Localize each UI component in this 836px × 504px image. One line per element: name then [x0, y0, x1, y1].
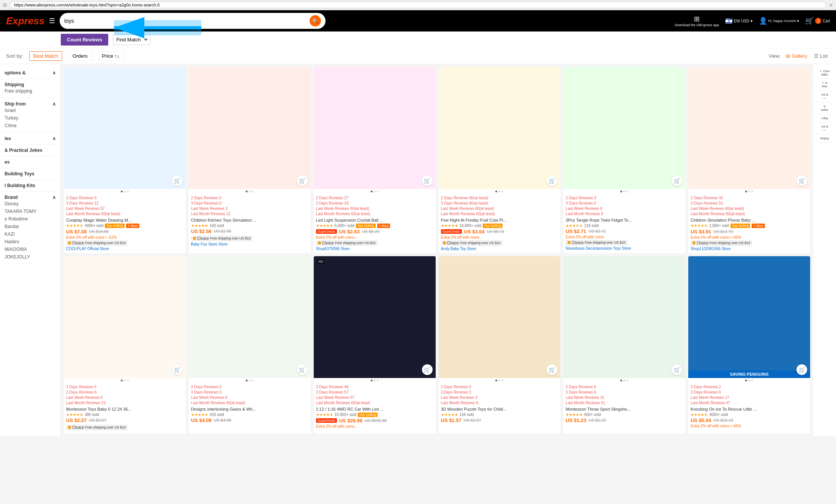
- product-image-5: 🛒: [563, 67, 685, 189]
- logo: Express: [6, 15, 44, 27]
- sidebar-item-turkey[interactable]: Turkey: [5, 114, 56, 122]
- store-name-1[interactable]: COOLPLAY Official Store: [66, 247, 183, 251]
- sidebar-item-jokejolly[interactable]: JOKEJOLLY: [5, 253, 56, 261]
- store-name-5[interactable]: Novedosos Decompression Toys Store: [566, 246, 683, 250]
- sidebar-item-free-shipping[interactable]: Free shipping: [5, 87, 56, 95]
- sidebar-title-ship-from[interactable]: Ship from ∧: [5, 101, 56, 107]
- sidebar-title-jokes[interactable]: & Practical Jokes: [5, 148, 56, 153]
- language-selector[interactable]: 🇮🇱 EN/ USD ▾: [725, 17, 753, 25]
- app-download-btn[interactable]: ⊞ Download the AliExpress app: [675, 15, 719, 27]
- count-reviews-button[interactable]: Count Reviews: [61, 34, 108, 46]
- sidebar-title-options[interactable]: options & ∧: [5, 70, 56, 76]
- choice-badge-2: Choice Free shipping over US $10: [191, 236, 253, 241]
- product-title-11: Montessori Throw Sport Slingsho...: [566, 407, 683, 411]
- add-to-cart-button-2[interactable]: 🛒: [297, 175, 308, 186]
- choice-badge-4: Choice Free shipping over US $10: [441, 240, 503, 246]
- sidebar-item-china[interactable]: China: [5, 122, 56, 129]
- sidebar-title-brand[interactable]: Brand ∧: [5, 195, 56, 200]
- sidebar-item-kazi[interactable]: KAZI: [5, 230, 56, 238]
- sidebar-title-kits[interactable]: l Building Kits: [5, 183, 56, 188]
- search-button[interactable]: 🔍: [310, 15, 321, 27]
- right-item-7[interactable]: Expiry: [815, 134, 834, 143]
- product-image-9: AD 🛒: [314, 256, 436, 378]
- hamburger-icon[interactable]: ☰: [49, 17, 55, 25]
- product-title-4: Five Night At Freddy Fnaf Cute Pl...: [441, 218, 558, 222]
- sidebar-title-es[interactable]: es: [5, 159, 56, 165]
- product-card-2[interactable]: 🛒 2 Days Reviews 03 Days Reviews 0Last W…: [189, 67, 311, 253]
- sort-orders[interactable]: Orders: [68, 51, 92, 61]
- product-card-9[interactable]: AD 🛒 2 Days Reviews 483 Days Reviews 57L…: [314, 256, 436, 433]
- sold-count-1: 4000+ sold: [85, 224, 103, 228]
- sold-count-8: 420 sold: [210, 413, 224, 417]
- url-bar[interactable]: https://www.aliexpress.com/w/wholesale-t…: [10, 2, 826, 8]
- right-item-2[interactable]: ✓ Afree: [815, 79, 834, 91]
- add-to-cart-button-8[interactable]: 🛒: [297, 364, 308, 375]
- right-item-3[interactable]: US $—: [815, 91, 834, 102]
- product-card-10[interactable]: 🛒 2 Days Reviews 03 Days Reviews 3Last W…: [439, 256, 561, 433]
- product-info-7: 2 Days Reviews 63 Days Reviews 6Last Wee…: [64, 383, 186, 433]
- sidebar-title-ies[interactable]: ies ∧: [5, 136, 56, 141]
- sort-best-match[interactable]: Best Match: [29, 51, 62, 61]
- add-to-cart-button-3[interactable]: 🛒: [422, 175, 433, 186]
- sidebar-section-brand: Brand ∧ Disney TAKARA TOMY e Robotime Ba…: [0, 192, 60, 264]
- sort-price[interactable]: Price ↑↓: [98, 51, 124, 61]
- store-name-2[interactable]: Baby Fun Store Store: [191, 242, 308, 246]
- stars-3: ★★★★★: [316, 224, 333, 228]
- days-badge-3: 7 days: [377, 224, 390, 228]
- add-to-cart-button-1[interactable]: 🛒: [172, 175, 183, 186]
- product-card-1[interactable]: 🛒 2 Days Reviews 93 Days Reviews 12Last …: [64, 67, 186, 253]
- product-card-5[interactable]: 🛒 2 Days Reviews 03 Days Reviews 0Last W…: [563, 67, 685, 253]
- sidebar-title-building[interactable]: Building Toys: [5, 171, 56, 176]
- sold-count-12: 4000+ sold: [709, 413, 728, 417]
- right-item-4[interactable]: Sseller: [815, 102, 834, 114]
- store-name-3[interactable]: Shop5370096 Store: [316, 247, 433, 251]
- product-info-8: 2 Days Reviews 03 Days Reviews 0Last Wee…: [189, 383, 311, 426]
- sidebar-item-miaoowa[interactable]: MIAOOWA: [5, 246, 56, 253]
- sidebar-item-hasbro[interactable]: Hasbro: [5, 238, 56, 246]
- add-to-cart-button-4[interactable]: 🛒: [547, 175, 557, 186]
- right-item-6[interactable]: US $—: [815, 123, 834, 134]
- product-card-12[interactable]: SAVING PENGUINS 🛒 2 Days Reviews 23 Days…: [688, 256, 810, 433]
- add-to-cart-button-12[interactable]: 🛒: [796, 364, 807, 375]
- right-item-1[interactable]: ✓ ChoiAliEx: [815, 67, 834, 79]
- gallery-view-btn[interactable]: ⊞ Gallery: [784, 52, 809, 60]
- sidebar-item-robotime[interactable]: e Robotime: [5, 215, 56, 223]
- product-card-7[interactable]: 🛒 2 Days Reviews 63 Days Reviews 6Last W…: [64, 256, 186, 433]
- rating-row-6: ★★★★★ 2,000+ sold Top Selling 7 days: [691, 224, 808, 228]
- sold-count-3: 5,000+ sold: [335, 224, 354, 228]
- price-main-10: US $1.57: [441, 417, 461, 423]
- product-card-8[interactable]: 🛒 2 Days Reviews 03 Days Reviews 0Last W…: [189, 256, 311, 433]
- sidebar-title-shipping[interactable]: Shipping: [5, 82, 56, 87]
- store-name-4[interactable]: Andy Baby Toy Store: [441, 247, 558, 251]
- product-card-6[interactable]: 🛒 2 Days Reviews 423 Days Reviews 51Last…: [688, 67, 810, 253]
- product-card-4[interactable]: 🛒 2 Days Reviews 60(at least)3 Days Revi…: [439, 67, 561, 253]
- image-dots-3: [314, 189, 436, 194]
- product-title-6: Children Simulation Phone Baby ...: [691, 218, 808, 222]
- sidebar-item-takara[interactable]: TAKARA TOMY: [5, 208, 56, 215]
- product-title-10: 3D Wooden Puzzle Toys for Child...: [441, 407, 558, 411]
- product-image-8: 🛒: [189, 256, 311, 378]
- sub-header: Count Reviews Find Match: [0, 32, 836, 48]
- add-to-cart-button-9[interactable]: 🛒: [422, 364, 433, 375]
- right-item-5[interactable]: J Bry: [815, 114, 834, 123]
- stars-6: ★★★★★: [691, 224, 708, 228]
- account-button[interactable]: 👤 Hi, hagay Account ▾: [759, 17, 800, 25]
- add-to-cart-button-5[interactable]: 🛒: [672, 175, 682, 186]
- price-orig-2: US $2.56: [214, 229, 231, 233]
- bookmark-icon[interactable]: ☆: [829, 3, 833, 8]
- rating-row-9: ★★★★★ 10,000+ sold Top Selling: [316, 413, 433, 417]
- store-name-6[interactable]: Shop1102962456 Store: [691, 247, 808, 251]
- product-card-11[interactable]: 🛒 2 Days Reviews 63 Days Reviews 6Last W…: [563, 256, 685, 433]
- sidebar-item-disney[interactable]: Disney: [5, 200, 56, 208]
- add-to-cart-button-10[interactable]: 🛒: [547, 364, 557, 375]
- product-card-3[interactable]: 🛒 2 Days Reviews 273 Days Reviews 33Last…: [314, 67, 436, 253]
- find-match-select[interactable]: Find Match: [113, 34, 150, 45]
- add-to-cart-button-11[interactable]: 🛒: [672, 364, 682, 375]
- sidebar-item-israel[interactable]: Israel: [5, 107, 56, 114]
- search-input[interactable]: [64, 18, 310, 24]
- add-to-cart-button-6[interactable]: 🛒: [796, 175, 807, 186]
- list-view-btn[interactable]: ☰ List: [812, 52, 830, 60]
- cart-button[interactable]: 🛒 3 Cart: [805, 17, 830, 25]
- sidebar-item-bandai[interactable]: Bandai: [5, 223, 56, 230]
- add-to-cart-button-7[interactable]: 🛒: [172, 364, 183, 375]
